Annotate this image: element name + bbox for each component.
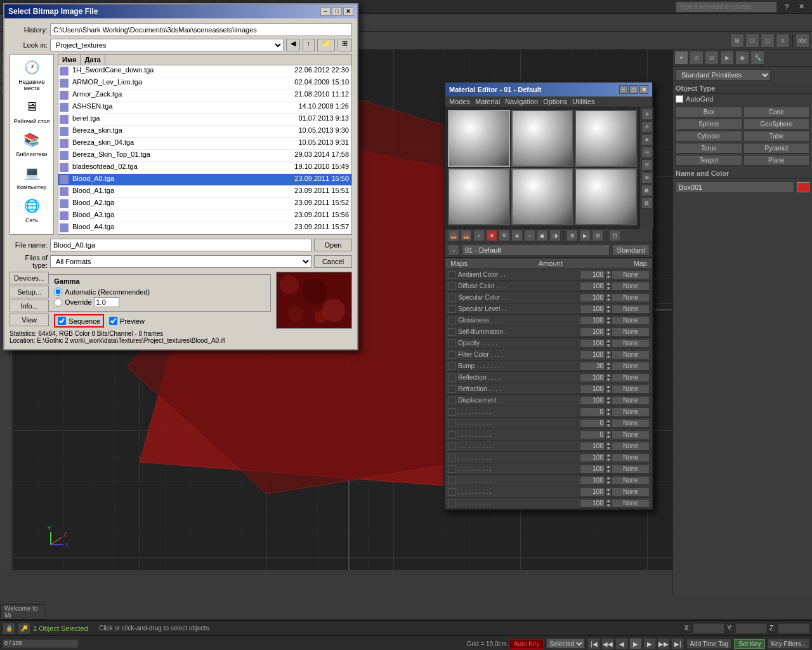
nav-back-btn[interactable]: ◀	[286, 39, 300, 51]
map-check[interactable]	[448, 271, 455, 279]
me-right-icon-2[interactable]: ⊖	[641, 121, 653, 133]
me-right-icon-4[interactable]: ◎	[641, 147, 653, 158]
me-tb-get-material[interactable]: 📥	[448, 230, 459, 241]
file-item[interactable]: Bereza_skin.tga10.05.2013 9:30	[58, 126, 351, 138]
spin-up[interactable]: ▲	[605, 430, 612, 435]
tb-extra-4[interactable]: ≡	[776, 34, 790, 48]
file-item[interactable]: Blood_A0.tga23.09.2011 15:50	[58, 174, 351, 186]
spin-down[interactable]: ▼	[605, 492, 612, 496]
sequence-checkbox[interactable]	[58, 317, 66, 325]
me-standard-button[interactable]: Standard	[612, 244, 650, 256]
col-name[interactable]: Имя	[58, 55, 81, 65]
me-menu-options[interactable]: Options	[543, 98, 567, 105]
map-none-btn[interactable]: None	[612, 350, 650, 359]
history-input[interactable]	[50, 23, 352, 36]
map-amount-input[interactable]	[580, 465, 605, 474]
rp-motion-btn[interactable]: ▶	[720, 51, 734, 65]
help-btn[interactable]: ?	[785, 3, 789, 11]
obj-box[interactable]: Box	[676, 107, 742, 117]
anim-start-btn[interactable]: |◀	[587, 638, 600, 649]
spin-down[interactable]: ▼	[605, 332, 612, 336]
obj-pyramid[interactable]: Pyramid	[743, 143, 810, 154]
spin-up[interactable]: ▲	[605, 476, 612, 481]
spin-up[interactable]: ▲	[605, 293, 612, 298]
me-tb-options[interactable]: ⚙	[592, 230, 603, 241]
me-right-icon-8[interactable]: ▧	[641, 197, 653, 209]
qa-recent[interactable]: 🕐 Недавние места	[11, 57, 52, 91]
obj-sphere[interactable]: Sphere	[676, 119, 742, 129]
z-coord-input[interactable]	[778, 623, 809, 633]
spin-down[interactable]: ▼	[605, 503, 612, 508]
spin-up[interactable]: ▲	[605, 442, 612, 446]
spin-up[interactable]: ▲	[605, 453, 612, 458]
nav-new-btn[interactable]: 📁	[317, 39, 335, 51]
me-tb-copy[interactable]: ⧉	[499, 230, 510, 241]
standard-primitives-dropdown[interactable]: Standard Primitives	[676, 69, 771, 81]
set-key-btn[interactable]: Set Key	[734, 639, 765, 649]
close-app-btn[interactable]: ✕	[796, 3, 807, 11]
me-tb-background[interactable]: ▣	[537, 230, 548, 241]
map-row[interactable]: . . . . . . . . . . ▲ ▼ None	[445, 441, 652, 452]
spin-down[interactable]: ▼	[605, 309, 612, 314]
map-none-btn[interactable]: None	[612, 408, 650, 416]
map-check[interactable]	[448, 385, 455, 393]
filename-input[interactable]	[50, 239, 311, 251]
spin-up[interactable]: ▲	[605, 408, 612, 412]
map-check[interactable]	[448, 340, 455, 347]
map-row[interactable]: Glossiness . . . . ▲ ▼ None	[445, 315, 652, 326]
map-amount-input[interactable]	[580, 396, 605, 405]
spin-up[interactable]: ▲	[605, 328, 612, 332]
map-check[interactable]	[448, 442, 455, 450]
map-amount-input[interactable]	[580, 373, 605, 382]
spin-up[interactable]: ▲	[605, 270, 612, 275]
me-tb-backlight[interactable]: ◑	[549, 230, 561, 241]
qa-network[interactable]: 🌐 Сеть	[22, 196, 42, 223]
file-item[interactable]: Blood_A2.tga23.09.2011 15:52	[58, 198, 351, 210]
map-amount-input[interactable]	[580, 442, 605, 451]
map-none-btn[interactable]: None	[612, 373, 650, 382]
map-check[interactable]	[448, 317, 455, 324]
lookin-select[interactable]: Project_textures	[50, 39, 284, 51]
setup-btn[interactable]: Setup...	[10, 286, 49, 298]
map-check[interactable]	[448, 362, 455, 370]
map-amount-input[interactable]	[580, 362, 605, 371]
spin-down[interactable]: ▼	[605, 286, 612, 291]
map-none-btn[interactable]: None	[612, 385, 650, 394]
obj-geosphere[interactable]: GeoSphere	[743, 119, 810, 129]
spin-up[interactable]: ▲	[605, 488, 612, 492]
anim-prev-frame-btn[interactable]: ◀	[615, 638, 628, 649]
spin-down[interactable]: ▼	[605, 401, 612, 405]
spin-down[interactable]: ▼	[605, 469, 612, 474]
map-none-btn[interactable]: None	[612, 453, 650, 462]
rp-create-btn[interactable]: ✦	[674, 51, 688, 65]
nav-up-btn[interactable]: ↑	[303, 39, 315, 51]
me-right-icon-5[interactable]: ⊟	[641, 159, 653, 171]
dialog-maximize-btn[interactable]: □	[332, 7, 342, 16]
file-item[interactable]: ASHSEN.tga14.10.2008 1:26	[58, 102, 351, 114]
anim-play-btn[interactable]: ▶	[629, 638, 642, 649]
me-sample-1[interactable]	[448, 110, 510, 167]
me-pipeline-btn[interactable]: ⬦	[448, 244, 459, 256]
file-item[interactable]: bladesofdead_02.tga19.10.2010 15:49	[58, 162, 351, 174]
cancel-btn[interactable]: Cancel	[314, 255, 352, 268]
info-btn[interactable]: Info...	[10, 300, 49, 312]
spin-down[interactable]: ▼	[605, 378, 612, 382]
map-amount-input[interactable]	[580, 488, 605, 496]
map-amount-input[interactable]	[580, 499, 605, 508]
gamma-auto-radio[interactable]	[54, 288, 62, 296]
devices-btn[interactable]: Devices...	[10, 272, 49, 284]
map-amount-input[interactable]	[580, 453, 605, 462]
spin-down[interactable]: ▼	[605, 275, 612, 279]
map-check[interactable]	[448, 500, 455, 507]
me-tb-video-color[interactable]: ▶	[579, 230, 591, 241]
obj-teapot[interactable]: Teapot	[676, 155, 742, 166]
spin-down[interactable]: ▼	[605, 423, 612, 428]
map-row[interactable]: Specular Level . . ▲ ▼ None	[445, 303, 652, 315]
map-none-btn[interactable]: None	[612, 282, 650, 291]
anim-next-btn[interactable]: ▶▶	[657, 638, 670, 649]
obj-torus[interactable]: Torus	[676, 143, 742, 154]
auto-key-btn[interactable]: Auto Key	[509, 639, 544, 649]
file-item[interactable]: Armor_Zack.tga21.08.2010 11:12	[58, 90, 351, 102]
map-row[interactable]: Refraction . . . . ▲ ▼ None	[445, 383, 652, 395]
spin-up[interactable]: ▲	[605, 350, 612, 355]
